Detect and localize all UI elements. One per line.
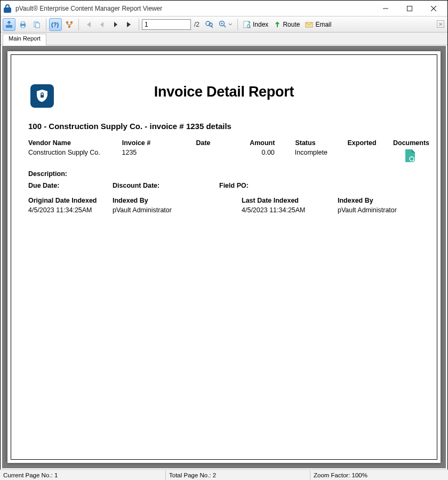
- report-viewer: Invoice Detail Report 100 - Construction…: [2, 46, 446, 468]
- val-invoice-no: 1235: [122, 148, 196, 164]
- copy-button[interactable]: [30, 18, 43, 31]
- col-status: Status: [275, 138, 321, 148]
- status-bar: Current Page No.: 1 Total Page No.: 2 Zo…: [0, 469, 448, 480]
- route-icon: [274, 21, 281, 28]
- col-invoice-no: Invoice #: [122, 138, 196, 148]
- col-amount: Amount: [230, 138, 275, 148]
- zoom-button[interactable]: [217, 18, 235, 31]
- section-header: 100 - Construction Supply Co. - invoice …: [28, 122, 425, 131]
- val-orig-date-indexed: 4/5/2023 11:34:25AM: [28, 205, 113, 215]
- svg-rect-1: [407, 6, 412, 11]
- separator: [46, 19, 46, 30]
- report-detail-grid: Vendor Name Invoice # Date Amount Status…: [28, 138, 425, 215]
- val-date: [196, 148, 230, 164]
- close-button[interactable]: [421, 1, 445, 16]
- svg-rect-6: [21, 22, 25, 24]
- next-page-button[interactable]: [109, 18, 122, 31]
- export-button[interactable]: [3, 18, 15, 31]
- svg-rect-25: [41, 95, 44, 98]
- status-current-page: Current Page No.: 1: [0, 472, 165, 478]
- email-icon: [305, 21, 314, 28]
- report-logo-icon: [30, 84, 54, 108]
- svg-rect-12: [70, 21, 73, 23]
- page-number-input[interactable]: [142, 19, 191, 30]
- window-title: pVault® Enterprise Content Manager Repor…: [15, 5, 373, 12]
- toolbar: (?) /2 Index Route Email ✕: [1, 17, 447, 33]
- report-title: Invoice Detail Report: [23, 84, 425, 100]
- val-amount: 0.00: [230, 148, 275, 164]
- minimize-button[interactable]: [373, 1, 397, 16]
- col-documents: Documents: [377, 138, 425, 148]
- status-total-page: Total Page No.: 2: [166, 472, 310, 478]
- route-label: Route: [283, 21, 300, 28]
- print-button[interactable]: [17, 18, 29, 31]
- find-button[interactable]: [203, 18, 215, 31]
- svg-rect-7: [21, 26, 25, 28]
- svg-line-23: [250, 27, 251, 28]
- col-exported: Exported: [321, 138, 377, 148]
- index-button[interactable]: Index: [241, 20, 270, 29]
- route-button[interactable]: Route: [271, 21, 302, 28]
- index-label: Index: [253, 21, 268, 28]
- separator: [78, 19, 79, 30]
- svg-line-18: [223, 25, 226, 27]
- val-indexed-by-2: pVault Administrator: [338, 205, 423, 215]
- val-vendor-name: Construction Supply Co.: [28, 148, 122, 164]
- val-indexed-by: pVault Administrator: [113, 205, 242, 215]
- report-page: Invoice Detail Report 100 - Construction…: [7, 51, 441, 463]
- svg-rect-4: [6, 25, 12, 28]
- col-field-po: Field PO:: [219, 181, 283, 190]
- val-exported: [323, 148, 379, 164]
- col-indexed-by: Indexed By: [113, 196, 242, 205]
- separator: [237, 19, 238, 30]
- prev-page-button[interactable]: [95, 18, 108, 31]
- status-zoom: Zoom Factor: 100%: [310, 472, 371, 478]
- first-page-button[interactable]: [82, 18, 94, 31]
- col-date: Date: [196, 138, 230, 148]
- svg-rect-11: [66, 21, 68, 23]
- document-view-icon[interactable]: [379, 148, 425, 164]
- val-last-date-indexed: 4/5/2023 11:34:25AM: [242, 205, 338, 215]
- separator: [139, 19, 139, 30]
- page-total-label: /2: [192, 21, 202, 28]
- index-icon: [243, 20, 251, 29]
- window-controls: [373, 1, 445, 16]
- app-lock-icon: [3, 4, 12, 13]
- svg-rect-13: [68, 26, 70, 28]
- svg-line-16: [211, 26, 213, 28]
- tab-main-report[interactable]: Main Report: [3, 34, 46, 45]
- svg-rect-9: [36, 23, 39, 28]
- tab-strip: Main Report: [1, 33, 447, 45]
- val-status: Incomplete: [275, 148, 323, 164]
- col-due-date: Due Date:: [28, 181, 113, 190]
- maximize-button[interactable]: [397, 1, 421, 16]
- col-orig-date-indexed: Original Date Indexed: [28, 196, 113, 205]
- window-titlebar: pVault® Enterprise Content Manager Repor…: [1, 1, 447, 17]
- last-page-button[interactable]: [123, 18, 136, 31]
- email-button[interactable]: Email: [303, 21, 333, 28]
- col-vendor-name: Vendor Name: [28, 138, 122, 148]
- col-indexed-by-2: Indexed By: [338, 196, 423, 205]
- parameters-button[interactable]: (?): [49, 18, 62, 31]
- col-last-date-indexed: Last Date Indexed: [242, 196, 338, 205]
- group-tree-button[interactable]: [63, 18, 76, 31]
- svg-text:(?): (?): [51, 21, 59, 28]
- col-description: Description:: [28, 169, 67, 179]
- toolbar-close-button[interactable]: ✕: [437, 20, 444, 28]
- col-discount-date: Discount Date:: [113, 181, 219, 190]
- email-label: Email: [315, 21, 331, 28]
